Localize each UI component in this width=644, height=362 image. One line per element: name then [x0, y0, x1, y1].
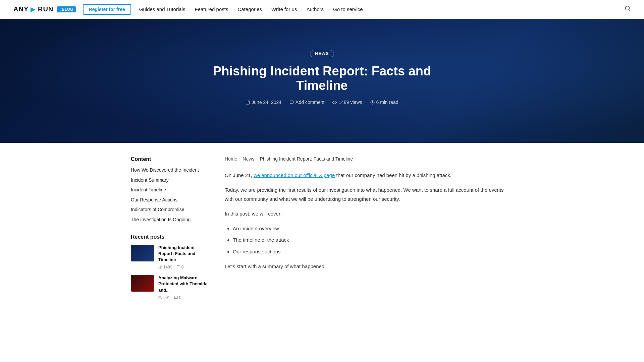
article-bullets: An incident overview The timeline of the…: [225, 224, 513, 256]
article-paragraph2: Today, we are providing the first result…: [225, 186, 513, 203]
nav-guides[interactable]: Guides and Tutorials: [139, 6, 185, 12]
svg-line-1: [629, 9, 630, 10]
content-item-6[interactable]: The Investigation Is Ongoing: [131, 217, 211, 223]
content-item-5[interactable]: Indicators of Compromise: [131, 206, 211, 213]
page-body: Content How We Discovered the Incident I…: [124, 143, 520, 324]
post-thumbnail-1: [131, 245, 154, 261]
breadcrumb-news[interactable]: News: [243, 156, 254, 162]
bullet-item-3: Our response actions: [233, 247, 513, 256]
post-thumbnail-2: [131, 275, 154, 292]
bullet-item-2: The timeline of the attack: [233, 236, 513, 244]
content-list: How We Discovered the Incident Incident …: [131, 167, 211, 223]
logo[interactable]: ANY ▶ RUN #BLOG: [13, 5, 76, 13]
post-views-2: 991: [158, 295, 170, 300]
content-nav: Content How We Discovered the Incident I…: [131, 156, 211, 223]
hero-meta: June 24, 2024 Add comment 1489 views 6 m…: [246, 100, 398, 105]
svg-point-6: [334, 102, 335, 103]
post-meta-2: 991 0: [158, 295, 211, 300]
post-title-2: Analyzing Malware Protected with Themida…: [158, 275, 211, 293]
hero-comment[interactable]: Add comment: [289, 100, 324, 105]
content-item-1[interactable]: How We Discovered the Incident: [131, 167, 211, 174]
main-nav: Guides and Tutorials Featured posts Cate…: [139, 6, 625, 12]
nav-categories[interactable]: Categories: [237, 6, 262, 12]
blog-badge: #BLOG: [57, 6, 76, 12]
article-closing: Let's start with a summary of what happe…: [225, 262, 513, 271]
register-button[interactable]: Register for free: [83, 4, 131, 15]
hero-section: NEWS Phishing Incident Report: Facts and…: [0, 19, 644, 143]
nav-write[interactable]: Write for us: [271, 6, 297, 12]
logo-text: ANY ▶ RUN: [13, 5, 53, 13]
content-item-3[interactable]: Incident Timeline: [131, 187, 211, 193]
news-badge: NEWS: [310, 50, 334, 57]
post-info-1: Phishing Incident Report: Facts and Time…: [158, 245, 211, 270]
svg-rect-2: [246, 101, 250, 104]
sidebar: Content How We Discovered the Incident I…: [131, 156, 211, 311]
content-nav-title: Content: [131, 156, 211, 162]
breadcrumb: Home › News › Phishing Incident Report: …: [225, 156, 513, 162]
article-link[interactable]: we announced on our official X page: [254, 172, 335, 178]
post-comments-2: 0: [174, 295, 181, 300]
site-header: ANY ▶ RUN #BLOG Register for free Guides…: [0, 0, 644, 19]
nav-authors[interactable]: Authors: [306, 6, 324, 12]
article-cover-intro: In this post, we will cover:: [225, 209, 513, 218]
svg-point-9: [160, 297, 161, 298]
svg-point-8: [160, 267, 161, 268]
search-icon[interactable]: [625, 5, 631, 13]
article-intro: On June 21, we announced on our official…: [225, 171, 513, 180]
main-content: Home › News › Phishing Incident Report: …: [225, 156, 513, 277]
content-item-2[interactable]: Incident Summary: [131, 177, 211, 184]
bullet-item-1: An incident overview: [233, 224, 513, 233]
article-body: On June 21, we announced on our official…: [225, 171, 513, 271]
recent-posts-section: Recent posts Phishing Incident Report: F…: [131, 234, 211, 300]
post-views-1: 1489: [158, 265, 172, 269]
list-item[interactable]: Analyzing Malware Protected with Themida…: [131, 275, 211, 300]
hero-title: Phishing Incident Report: Facts and Time…: [188, 64, 456, 93]
list-item[interactable]: Phishing Incident Report: Facts and Time…: [131, 245, 211, 270]
breadcrumb-sep-1: ›: [239, 157, 240, 161]
post-title-1: Phishing Incident Report: Facts and Time…: [158, 245, 211, 263]
logo-play-icon: ▶: [31, 6, 36, 13]
breadcrumb-sep-2: ›: [256, 157, 258, 161]
recent-posts-title: Recent posts: [131, 234, 211, 240]
hero-read-time: 6 min read: [370, 100, 398, 105]
post-comments-1: 0: [176, 265, 184, 269]
hero-date: June 24, 2024: [246, 100, 281, 105]
nav-service[interactable]: Go to service: [333, 6, 363, 12]
hero-views: 1489 views: [332, 100, 362, 105]
content-item-4[interactable]: Our Response Actions: [131, 197, 211, 203]
breadcrumb-current: Phishing Incident Report: Facts and Time…: [260, 156, 353, 162]
nav-featured[interactable]: Featured posts: [195, 6, 228, 12]
post-info-2: Analyzing Malware Protected with Themida…: [158, 275, 211, 300]
post-meta-1: 1489 0: [158, 265, 211, 269]
breadcrumb-home[interactable]: Home: [225, 156, 237, 162]
recent-posts-list: Phishing Incident Report: Facts and Time…: [131, 245, 211, 300]
